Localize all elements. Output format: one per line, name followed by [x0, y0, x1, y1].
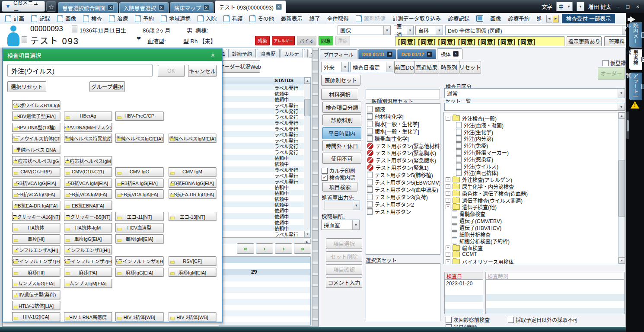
test-item-button[interactable]: アデノウイルス抗体[CF]	[12, 134, 60, 143]
pager-prev-button[interactable]: ‹	[256, 243, 273, 254]
toolbar-item[interactable]: 診療記録	[444, 13, 473, 24]
test-item-button[interactable]: EB抗VCA IgG[FA]	[12, 189, 60, 198]
test-item-button[interactable]: 単純ヘルペスIgM[EIA]	[169, 134, 216, 143]
test-item-button[interactable]: 水痘帯状ヘルペスIgM	[64, 156, 112, 165]
panel-splitter[interactable]	[312, 48, 319, 327]
test-item-button[interactable]: HA抗体	[12, 223, 60, 232]
mid-tab[interactable]: 診療予約	[228, 49, 256, 57]
order-button[interactable]: オーダー	[598, 67, 625, 80]
doctor-set-item[interactable]: テスト用ボタン2	[367, 201, 414, 208]
order-status-web-button[interactable]: オーダー状況Web	[220, 60, 260, 73]
tree-item[interactable]: +尿生化学・内分泌検査	[446, 183, 514, 190]
test-item-button[interactable]: HBcrAg	[64, 112, 112, 121]
filter-button[interactable]: 診療科別	[322, 114, 361, 125]
test-item-button[interactable]: HIV-1 RNA高感度	[64, 312, 112, 321]
status-row[interactable]: ラベル発行	[219, 131, 310, 137]
toolbar-item[interactable]: 画像	[487, 13, 504, 24]
tab-close-icon[interactable]: ×	[453, 51, 459, 57]
expand-icon[interactable]: +	[446, 204, 450, 209]
window-tab-close-icon[interactable]: ×	[108, 5, 114, 11]
secondary-select[interactable]: ▼	[577, 2, 584, 11]
doctor-set-item[interactable]: 腹水[一般・生化学]	[367, 128, 419, 135]
test-item-button[interactable]: EB抗VCA IgA[FA]	[115, 189, 163, 198]
ok-button[interactable]: OK	[158, 65, 185, 77]
test-item-button[interactable]: パラインフルエンザ1[HI]	[12, 256, 60, 265]
doctor-set-item[interactable]: テスト用ボタン3(負荷)	[367, 193, 428, 201]
window-tab[interactable]: 患者選択統合画面×	[58, 2, 118, 13]
window-tab-close-icon[interactable]: ×	[158, 5, 164, 11]
doctor-set-item[interactable]: 他材料[化学]	[367, 113, 404, 120]
status-row[interactable]: 依頼中	[219, 201, 310, 208]
expand-icon[interactable]: +	[446, 252, 450, 257]
print-option-checkbox[interactable]: ✓検査案内票	[322, 174, 355, 181]
test-item-button[interactable]: 単純ヘルペス DNA	[12, 145, 60, 154]
toolbar-item[interactable]: 最新表示	[277, 13, 306, 24]
test-item-button[interactable]: 麻疹IgG[EIA]	[115, 268, 163, 277]
pager-next-button[interactable]: ›	[275, 243, 292, 254]
order-update-button[interactable]: 指示更新あり	[567, 36, 602, 46]
test-item-button[interactable]: EB抗EBNA[FA]	[64, 201, 112, 210]
test-item-button[interactable]: HIV-1/2[ICA]	[12, 312, 60, 321]
status-row[interactable]: ラベル発行	[219, 166, 310, 172]
test-search-input[interactable]	[7, 64, 153, 77]
test-item-button[interactable]: パラインフルエンザ3[HI]	[115, 256, 163, 265]
tree-item[interactable]: 遺伝子(CMV/EBV)	[446, 217, 502, 224]
set-list-select[interactable]: ▼	[444, 103, 625, 111]
test-item-button[interactable]: インフルエンザB[HI]	[64, 245, 112, 254]
test-item-button[interactable]: CMV IgG	[115, 167, 163, 176]
status-badge[interactable]: 感染	[255, 36, 270, 45]
test-item-button[interactable]: 単純ヘルペスIgG[EIA]	[115, 134, 163, 143]
test-item-button[interactable]: HPV DNA型(13種)	[12, 123, 60, 132]
dialog-close-icon[interactable]: ×	[208, 51, 217, 59]
exam-date-mode-select[interactable]: 検査日指定▼	[350, 62, 393, 72]
toolbar-item[interactable]: 計画	[2, 13, 28, 24]
window-tab-close-icon[interactable]: ×	[203, 5, 209, 11]
test-item-button[interactable]: HIV遺伝子型(薬剤)	[12, 290, 60, 299]
window-tab[interactable]: テスト 093(00000093)×	[215, 0, 286, 13]
status-row[interactable]: ラベル発行	[219, 137, 310, 143]
tree-item[interactable]: 外注(内分泌)	[456, 135, 493, 142]
test-item-button[interactable]: CMV(C7-HRP)	[12, 167, 60, 176]
tree-item[interactable]: +輸血検査	[446, 244, 483, 252]
status-row[interactable]: 依頼中	[219, 190, 310, 196]
status-row[interactable]: 依頼中	[219, 96, 310, 102]
tree-item[interactable]: 外注(免疫)	[456, 142, 488, 149]
provisional-checkbox[interactable]: 仮登録	[603, 59, 626, 67]
right-panel-tab[interactable]: プロフィール	[320, 49, 357, 59]
cancel-button[interactable]: キャンセル	[188, 65, 217, 77]
exam-date-category-select[interactable]: 通常▼	[444, 88, 625, 98]
tree-item[interactable]: +染色体・遺伝子検査(造血器)	[446, 190, 528, 197]
test-item-button[interactable]: 風疹[HI]	[12, 234, 60, 243]
status-row[interactable]: ラベル発行	[219, 102, 310, 108]
toolbar-item[interactable]: 薬剤特健	[352, 13, 389, 24]
status-row[interactable]: 依頼中	[219, 195, 310, 201]
exam-date-value[interactable]: 2023-01-20	[445, 280, 483, 288]
status-row[interactable]: 依頼中	[219, 184, 310, 190]
scroll-down-icon[interactable]: ▼	[618, 257, 625, 264]
test-item-button[interactable]: EB抗EA-DR IgA[FA]	[12, 201, 60, 210]
test-item-button[interactable]: コクサッキー-B5[NT]	[64, 212, 112, 221]
toolbar-item[interactable]: その他	[246, 13, 277, 24]
doctor-set-item[interactable]: テスト用ボタン(緊急1)	[367, 164, 429, 171]
status-row[interactable]: ラベル発行	[219, 178, 310, 184]
status-row[interactable]: 依頼中	[219, 213, 310, 219]
test-item-button[interactable]: CMV IgM	[169, 167, 216, 176]
side-tab-patient-search[interactable]: 患者検索	[629, 49, 642, 70]
test-item-button[interactable]: CMV(C10-C11)	[64, 167, 112, 176]
right-panel-tab[interactable]: 検体×	[437, 48, 462, 59]
item-confirm-button[interactable]: 項目確認	[326, 264, 362, 275]
status-row[interactable]: ラベル発行	[219, 119, 310, 125]
toolbar-item[interactable]: 全件取得	[324, 13, 352, 24]
test-item-button[interactable]: EB抗VCA IgG[EIA]	[12, 179, 60, 188]
scroll-up-icon[interactable]: ▲	[304, 77, 311, 84]
tree-item[interactable]: +外注検査(アレルゲン)	[446, 176, 512, 183]
doctor-set-item[interactable]: テスト用ボタン	[367, 208, 411, 215]
tree-item[interactable]: 外注(自己抗体)	[456, 169, 498, 176]
test-item-button[interactable]: エコ-13[NT]	[169, 212, 216, 221]
expand-icon[interactable]: +	[446, 198, 450, 203]
status-row[interactable]: ラベル発行	[219, 125, 310, 131]
pager-first-button[interactable]: «	[237, 243, 254, 254]
test-item-button[interactable]: EB抗VCA IgM[FA]	[64, 189, 112, 198]
toolbar-item[interactable]: 診療予約	[504, 13, 533, 24]
status-row[interactable]: ラベル発行	[219, 231, 310, 237]
